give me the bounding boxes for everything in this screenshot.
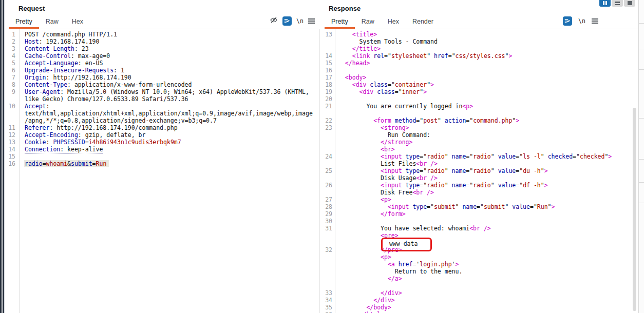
code-line-5: 5Accept-Language: en-US — [5, 60, 319, 67]
code-line: <br> — [324, 146, 638, 153]
inspector-section-divider — [639, 69, 644, 70]
code-line: Disk Free<br /> — [324, 189, 638, 196]
code-line: System Tools - Command — [324, 38, 638, 45]
layout-controls — [599, 0, 635, 7]
line-number — [324, 268, 335, 275]
code-line-35: 35 </body> — [324, 304, 638, 311]
columns-layout-button[interactable] — [599, 0, 611, 7]
line-number: 13 — [324, 31, 335, 38]
prettify-icon[interactable] — [563, 16, 572, 26]
inspector-section-divider — [639, 23, 644, 24]
request-header: Request PrettyRawHex \n — [5, 0, 319, 29]
code-line-25: 25 <input type="radio" name="radio" valu… — [324, 167, 638, 174]
code-line-2: 2Host: 192.168.174.190 — [5, 38, 319, 45]
code-line — [324, 282, 638, 289]
code-line-36: 36 </html — [324, 311, 638, 313]
code-line-19: 19 <div class="inner"> — [324, 88, 638, 95]
line-number: 23 — [324, 124, 335, 131]
line-number: 1 — [5, 31, 20, 38]
code-line-17: 17 <body> — [324, 74, 638, 81]
line-number: 5 — [5, 60, 20, 67]
response-panel: Response PrettyRawHexRender \n 13 <title… — [324, 0, 638, 313]
line-number: 13 — [5, 139, 20, 146]
line-number — [324, 139, 335, 146]
hide-eye-icon[interactable] — [270, 16, 278, 26]
inspector-section-divider — [639, 203, 644, 203]
code-line-26: 26 <input type="radio" name="radio" valu… — [324, 182, 638, 189]
line-number: 30 — [324, 218, 335, 225]
code-line — [324, 110, 638, 117]
line-number — [324, 160, 335, 167]
inspector-section-divider — [639, 182, 644, 183]
line-number: 35 — [324, 304, 335, 311]
gutter-divider — [335, 29, 335, 313]
code-line: text/html,application/xhtml+xml,applicat… — [5, 110, 319, 117]
line-number: 19 — [324, 88, 335, 95]
response-scrollbar-thumb[interactable] — [633, 108, 636, 311]
newline-toggle-icon[interactable]: \n — [296, 17, 304, 25]
inspector-section-divider — [639, 49, 644, 49]
line-number — [324, 45, 335, 52]
line-number — [324, 261, 335, 268]
code-line: like Gecko) Chrome/127.0.6533.89 Safari/… — [5, 95, 319, 103]
line-number: 17 — [324, 74, 335, 81]
code-line-3: 3Content-Length: 23 — [5, 45, 319, 52]
code-line-14: 14 <link rel="stylesheet" href="css/styl… — [324, 52, 638, 60]
line-number: 26 — [324, 182, 335, 189]
line-number — [324, 232, 335, 239]
code-line-24: 24 <input type="radio" name="radio" valu… — [324, 153, 638, 160]
tab-hex[interactable]: Hex — [65, 15, 90, 29]
response-tab-bar: PrettyRawHexRender — [325, 15, 440, 29]
code-line-31: 31 You have selected: whoami<br /> — [324, 225, 638, 232]
line-number — [324, 282, 335, 289]
code-line-9: 9User-Agent: Mozilla/5.0 (Windows NT 10.… — [5, 88, 319, 95]
tab-raw[interactable]: Raw — [39, 15, 65, 29]
code-line: www-data — [324, 239, 638, 246]
line-number: 31 — [324, 225, 335, 232]
tab-hex[interactable]: Hex — [381, 15, 406, 29]
single-layout-button[interactable] — [624, 0, 635, 7]
code-line-12: 12Accept-Encoding: gzip, deflate, br — [5, 131, 319, 139]
single-layout-icon — [628, 1, 632, 5]
line-number: 15 — [5, 153, 20, 160]
editor-menu-icon[interactable] — [308, 18, 315, 24]
code-line-6: 6Upgrade-Insecure-Requests: 1 — [5, 67, 319, 74]
line-number: 36 — [324, 311, 335, 313]
rows-layout-icon — [615, 2, 620, 5]
inspector-collapsed-strip[interactable] — [638, 0, 644, 313]
tab-pretty[interactable]: Pretty — [9, 15, 39, 29]
line-number: 27 — [324, 196, 335, 203]
request-toolbar: \n — [270, 16, 315, 26]
line-number: 18 — [324, 81, 335, 88]
window-edge-strip — [0, 0, 5, 313]
code-line-1: 1POST /command.php HTTP/1.1 — [5, 31, 319, 38]
response-editor[interactable]: 13 <title> System Tools - Command </titl… — [324, 29, 638, 313]
editor-menu-icon[interactable] — [592, 18, 598, 24]
line-number — [324, 189, 335, 196]
tab-raw[interactable]: Raw — [355, 15, 381, 29]
code-line-20: 20 — [324, 95, 638, 103]
line-number: 15 — [324, 60, 335, 67]
code-line: <pre> — [324, 232, 638, 239]
response-toolbar: \n — [563, 16, 598, 26]
rows-layout-button[interactable] — [612, 0, 623, 7]
tab-render[interactable]: Render — [406, 15, 440, 29]
request-panel: Request PrettyRawHex \n 1POST /command.p… — [5, 0, 319, 313]
line-number — [324, 253, 335, 261]
line-number: 34 — [324, 297, 335, 304]
code-line: <a href='login.php'> — [324, 261, 638, 268]
code-line-28: 28 <input type="submit" name="submit" va… — [324, 203, 638, 210]
request-editor[interactable]: 1POST /command.php HTTP/1.12Host: 192.16… — [5, 29, 319, 313]
code-line-13: 13Cookie: PHPSESSID=i4h86i943n1c9udis3er… — [5, 139, 319, 146]
line-number: 12 — [5, 131, 20, 139]
newline-toggle-icon[interactable]: \n — [578, 17, 585, 25]
line-number: 32 — [324, 246, 335, 253]
tab-pretty[interactable]: Pretty — [325, 15, 355, 29]
line-number — [324, 110, 335, 117]
line-number: 20 — [324, 95, 335, 103]
code-line-16: 16 — [324, 67, 638, 74]
request-tab-bar: PrettyRawHex — [9, 15, 90, 29]
code-line: Return to the menu. — [324, 268, 638, 275]
code-line-15: 15 </head> — [324, 60, 638, 67]
prettify-icon[interactable] — [282, 16, 292, 26]
